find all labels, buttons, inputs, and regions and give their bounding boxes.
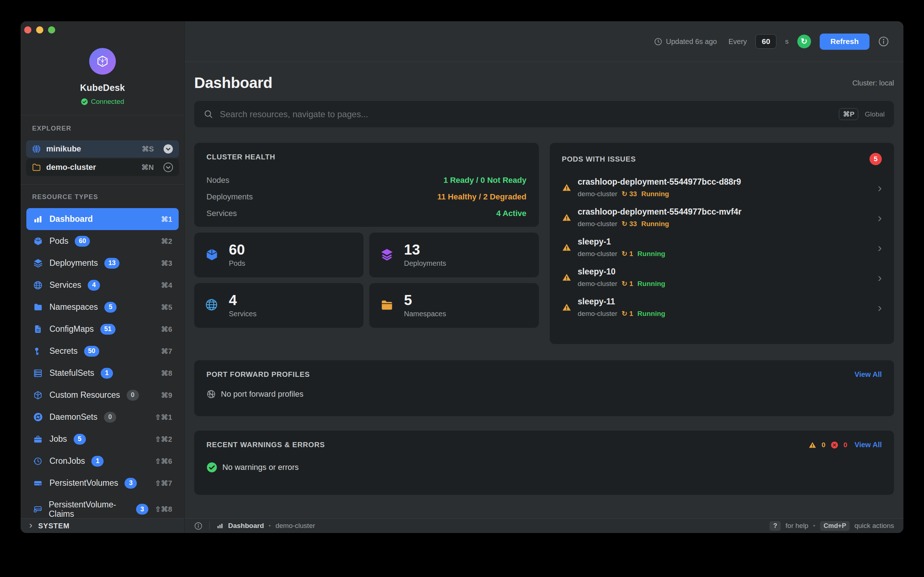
pod-issue-row[interactable]: sleepy-11 demo-cluster ↻ 1 Running ›	[562, 297, 882, 318]
count-badge: 60	[75, 236, 90, 247]
sidebar-item-daemonsets[interactable]: DaemonSets 0 ⇧⌘1	[26, 406, 179, 428]
explorer-item-label: minikube	[46, 144, 137, 154]
pod-namespace: demo-cluster	[578, 310, 617, 318]
chevron-right-icon: ›	[29, 521, 32, 530]
pod-name: crashloop-deployment-5544977bcc-mvf4r	[578, 207, 871, 217]
pods-issues-title: PODS WITH ISSUES	[562, 155, 636, 163]
explorer-list: minikube ⌘S demo-cluster ⌘N	[21, 140, 184, 177]
refresh-circle-icon	[33, 412, 43, 422]
sidebar-item-services[interactable]: Services 4 ⌘4	[26, 274, 179, 296]
stat-card-deployments[interactable]: 13 Deployments	[369, 233, 538, 277]
clock-arrow-icon	[33, 456, 43, 466]
globe-icon	[33, 280, 43, 290]
system-section-toggle[interactable]: › SYSTEM	[21, 518, 184, 533]
pod-issue-row[interactable]: crashloop-deployment-5544977bcc-d88r9 de…	[562, 177, 882, 198]
pod-issue-row[interactable]: crashloop-deployment-5544977bcc-mvf4r de…	[562, 206, 882, 228]
pod-namespace: demo-cluster	[578, 220, 617, 228]
sidebar-item-persistentvolumes[interactable]: PersistentVolumes 3 ⇧⌘7	[26, 472, 179, 494]
info-icon[interactable]	[194, 522, 202, 530]
sidebar-item-jobs[interactable]: Jobs 5 ⇧⌘2	[26, 428, 179, 450]
port-forward-title: PORT FORWARD PROFILES	[207, 371, 310, 379]
shortcut-label: ⌘S	[142, 145, 154, 153]
divider	[21, 115, 184, 115]
sidebar-item-custom-resources[interactable]: Custom Resources 0 ⌘9	[26, 384, 179, 406]
sidebar-item-statefulsets[interactable]: StatefulSets 1 ⌘8	[26, 362, 179, 384]
chevron-down-circle-icon[interactable]	[163, 144, 173, 154]
sidebar-item-configmaps[interactable]: ConfigMaps 51 ⌘6	[26, 318, 179, 340]
connection-status-label: Connected	[91, 98, 124, 106]
sidebar-item-label: PersistentVolumes	[50, 478, 118, 488]
search-bar[interactable]: ⌘P Global	[194, 101, 894, 127]
refresh-interval-input[interactable]	[756, 34, 776, 49]
pod-status: Running	[641, 190, 669, 198]
shortcut-label: ⌘1	[161, 215, 172, 224]
chevron-down-circle-icon[interactable]	[163, 162, 173, 172]
pod-status: Running	[641, 220, 669, 228]
close-window-button[interactable]	[24, 26, 31, 34]
restart-count: 1	[630, 280, 633, 287]
zoom-window-button[interactable]	[48, 26, 55, 34]
health-row-deployments: Deployments 11 Healthy / 2 Degraded	[207, 189, 527, 205]
health-row-label: Nodes	[207, 176, 229, 185]
warning-triangle-icon	[562, 243, 571, 252]
auto-refresh-toggle[interactable]: ↻	[797, 35, 811, 48]
interval-unit-label: s	[785, 37, 789, 45]
count-badge: 3	[124, 478, 137, 488]
pod-issue-row[interactable]: sleepy-1 demo-cluster ↻ 1 Running ›	[562, 237, 882, 258]
stat-label: Deployments	[404, 259, 446, 268]
search-shortcut-kbd: ⌘P	[839, 108, 858, 120]
folder-icon	[380, 298, 394, 313]
pod-namespace: demo-cluster	[578, 250, 617, 258]
explorer-item-minikube[interactable]: minikube ⌘S	[26, 140, 179, 158]
stat-label: Namespaces	[404, 310, 446, 318]
search-icon	[204, 109, 213, 119]
count-badge: 51	[100, 324, 115, 335]
stat-value: 5	[404, 293, 446, 307]
sidebar-item-label: Services	[50, 280, 81, 290]
sidebar-item-namespaces[interactable]: Namespaces 5 ⌘5	[26, 296, 179, 318]
count-badge: 0	[127, 390, 139, 401]
info-icon[interactable]	[878, 36, 889, 47]
search-input[interactable]	[220, 109, 832, 119]
count-badge: 13	[104, 258, 120, 269]
sidebar-item-deployments[interactable]: Deployments 13 ⌘3	[26, 252, 179, 274]
stat-card-namespaces[interactable]: 5 Namespaces	[369, 283, 538, 328]
sidebar-item-label: Pods	[50, 236, 68, 246]
sidebar-item-label: Namespaces	[50, 302, 98, 311]
interval-prefix-label: Every	[729, 37, 747, 46]
sidebar-item-cronjobs[interactable]: CronJobs 1 ⇧⌘6	[26, 450, 179, 472]
shortcut-label: ⌘8	[161, 369, 172, 377]
restart-icon: ↻	[622, 190, 627, 198]
warnings-view-all-link[interactable]: View All	[855, 441, 882, 449]
minimize-window-button[interactable]	[36, 26, 43, 34]
count-badge: 1	[101, 368, 113, 379]
pods-with-issues-panel: PODS WITH ISSUES 5 crashloop-deployment-…	[550, 143, 894, 344]
stat-cards: 60 Pods 13 Deployments	[194, 233, 539, 328]
stat-card-services[interactable]: 4 Services	[194, 283, 363, 328]
pod-status: Running	[637, 310, 665, 318]
warning-triangle-icon	[809, 441, 816, 449]
shortcut-label: ⇧⌘6	[155, 457, 172, 466]
stat-card-pods[interactable]: 60 Pods	[194, 233, 363, 277]
cluster-health-panel: CLUSTER HEALTH Nodes 1 Ready / 0 Not Rea…	[194, 143, 539, 227]
left-column: CLUSTER HEALTH Nodes 1 Ready / 0 Not Rea…	[194, 143, 539, 344]
health-row-services: Services 4 Active	[207, 205, 527, 222]
sidebar-item-secrets[interactable]: Secrets 50 ⌘7	[26, 340, 179, 362]
sidebar-item-pods[interactable]: Pods 60 ⌘2	[26, 230, 179, 252]
search-scope-label: Global	[865, 110, 885, 118]
error-circle-icon	[830, 441, 838, 449]
separator-dot: •	[813, 522, 815, 529]
sidebar-item-dashboard[interactable]: Dashboard ⌘1	[26, 208, 179, 230]
pod-issue-row[interactable]: sleepy-10 demo-cluster ↻ 1 Running ›	[562, 266, 882, 288]
restart-count: 33	[630, 220, 637, 227]
app-name: KubeDesk	[80, 82, 125, 93]
port-forward-view-all-link[interactable]: View All	[855, 371, 882, 379]
health-row-nodes: Nodes 1 Ready / 0 Not Ready	[207, 172, 527, 189]
explorer-item-demo-cluster[interactable]: demo-cluster ⌘N	[26, 159, 179, 176]
stat-label: Services	[229, 310, 257, 318]
warning-triangle-icon	[562, 303, 571, 312]
pod-status: Running	[637, 250, 665, 258]
refresh-button[interactable]: Refresh	[820, 34, 869, 50]
pod-namespace: demo-cluster	[578, 280, 617, 288]
globe-slash-icon	[207, 390, 216, 399]
